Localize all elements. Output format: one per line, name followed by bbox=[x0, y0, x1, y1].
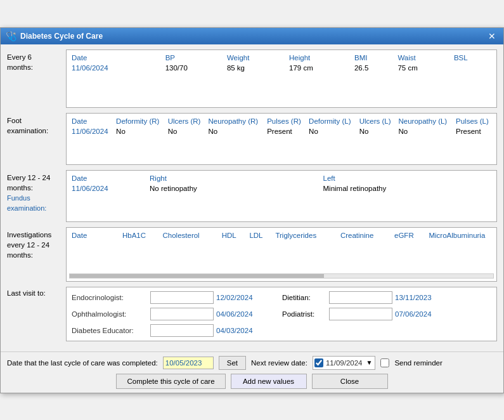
last-visit-label: Last visit to: bbox=[7, 287, 61, 341]
table-row: 11/06/2024 No No No Present No No No Pre… bbox=[69, 126, 494, 136]
bottom-bar: Date that the last cycle of care was com… bbox=[1, 351, 503, 393]
col-bp: BP bbox=[163, 53, 224, 63]
cell-weight: 85 kg bbox=[224, 63, 287, 73]
review-date-value: 11/09/2024 bbox=[323, 359, 365, 367]
col-date-foot: Date bbox=[69, 116, 113, 126]
col-weight: Weight bbox=[224, 53, 287, 63]
col-ldl: LDL bbox=[247, 230, 273, 240]
visit-row-educator: Diabetes Educator: 04/03/2024 bbox=[72, 324, 491, 337]
last-visit-grid: Endocrinologist: 12/02/2024 Dietitian: 1… bbox=[66, 287, 497, 341]
ophthalmologist-label: Ophthalmologist: bbox=[72, 310, 148, 318]
cell-date: 11/06/2024 bbox=[69, 63, 163, 73]
ophthalmologist-date: 04/06/2024 bbox=[216, 310, 267, 318]
col-cholesterol: Cholesterol bbox=[160, 230, 219, 240]
podiatrist-date: 07/06/2024 bbox=[395, 310, 446, 318]
ophthalmologist-input[interactable] bbox=[150, 308, 214, 320]
cell-neu-l: No bbox=[396, 126, 454, 136]
visit-row-endocrinologist: Endocrinologist: 12/02/2024 Dietitian: 1… bbox=[72, 291, 491, 304]
col-waist: Waist bbox=[395, 53, 451, 63]
col-microalb: MicroAlbuminuria bbox=[426, 230, 497, 240]
foot-table-box: Date Deformity (R) Ulcers (R) Neuropathy… bbox=[66, 113, 497, 165]
foot-section: Foot examination: Date Deformity (R) Ulc… bbox=[7, 113, 497, 165]
col-triglycerides: Triglycerides bbox=[273, 230, 338, 240]
col-date-6m: Date bbox=[69, 53, 163, 63]
cell-bmi: 26.5 bbox=[352, 63, 395, 73]
send-reminder-label: Send reminder bbox=[394, 359, 442, 367]
col-left: Left bbox=[321, 173, 494, 183]
col-creatinine: Creatinine bbox=[338, 230, 392, 240]
col-ulc-l: Ulcers (L) bbox=[357, 116, 396, 126]
investigations-table-box: Date HbA1C Cholesterol HDL LDL Triglycer… bbox=[66, 227, 497, 282]
dietitian-date: 13/11/2023 bbox=[395, 294, 446, 301]
empty-row bbox=[69, 136, 494, 162]
cell-pul-r: Present bbox=[264, 126, 306, 136]
podiatrist-pair: Podiatrist: 07/06/2024 bbox=[282, 308, 446, 320]
every6months-section: Every 6 months: Date BP Weight Height BM… bbox=[7, 49, 497, 108]
review-checkbox[interactable] bbox=[314, 358, 323, 367]
dietitian-input[interactable] bbox=[329, 291, 392, 304]
send-reminder-checkbox[interactable] bbox=[380, 358, 389, 367]
col-bsl: BSL bbox=[451, 53, 494, 63]
cell-bsl bbox=[451, 63, 494, 73]
close-button[interactable]: Close bbox=[312, 374, 388, 389]
chevron-down-icon[interactable]: ▼ bbox=[365, 359, 373, 366]
educator-input[interactable] bbox=[150, 324, 214, 337]
educator-label: Diabetes Educator: bbox=[72, 327, 148, 334]
podiatrist-label: Podiatrist: bbox=[282, 310, 326, 318]
foot-label: Foot examination: bbox=[7, 113, 61, 165]
endocrinologist-input[interactable] bbox=[150, 291, 214, 304]
fundus-table-box: Date Right Left 11/06/2024 No retinopath… bbox=[66, 170, 497, 222]
col-pul-l: Pulses (L) bbox=[453, 116, 494, 126]
dietitian-pair: Dietitian: 13/11/2023 bbox=[282, 291, 446, 304]
window-title: Diabetes Cycle of Care bbox=[20, 32, 103, 41]
col-hdl: HDL bbox=[219, 230, 247, 240]
educator-date: 04/03/2024 bbox=[216, 327, 267, 334]
set-button[interactable]: Set bbox=[219, 356, 246, 370]
cycle-date-input[interactable] bbox=[163, 357, 214, 369]
col-ulc-r: Ulcers (R) bbox=[165, 116, 206, 126]
col-pul-r: Pulses (R) bbox=[264, 116, 306, 126]
every6months-table-box: Date BP Weight Height BMI Waist BSL 11/0… bbox=[66, 49, 497, 108]
cell-pul-l: Present bbox=[453, 126, 494, 136]
endocrinologist-date: 12/02/2024 bbox=[216, 294, 267, 301]
investigations-section: Investigations every 12 - 24 months: Dat… bbox=[7, 227, 497, 282]
col-date-fundus: Date bbox=[69, 173, 147, 183]
col-neu-r: Neuropathy (R) bbox=[206, 116, 265, 126]
review-date-container: 11/09/2024 ▼ bbox=[313, 356, 375, 370]
title-bar: 🩺 Diabetes Cycle of Care ✕ bbox=[1, 28, 503, 44]
main-window: 🩺 Diabetes Cycle of Care ✕ Every 6 month… bbox=[0, 27, 504, 393]
empty-row bbox=[69, 194, 494, 219]
every6months-label: Every 6 months: bbox=[7, 49, 61, 108]
col-def-r: Deformity (R) bbox=[113, 116, 165, 126]
empty-row bbox=[69, 240, 497, 272]
review-label: Next review date: bbox=[251, 359, 307, 367]
cycle-label: Date that the last cycle of care was com… bbox=[7, 359, 158, 367]
podiatrist-input[interactable] bbox=[329, 308, 392, 320]
col-height: Height bbox=[287, 53, 352, 63]
visit-row-ophthalmologist: Ophthalmologist: 04/06/2024 Podiatrist: … bbox=[72, 308, 491, 320]
col-bmi: BMI bbox=[352, 53, 395, 63]
fundus-table: Date Right Left 11/06/2024 No retinopath… bbox=[69, 173, 494, 219]
col-date-inv: Date bbox=[69, 230, 120, 240]
col-egfr: eGFR bbox=[392, 230, 426, 240]
table-row: 11/06/2024 130/70 85 kg 179 cm 26.5 75 c… bbox=[69, 63, 494, 73]
cell-right: No retinopathy bbox=[147, 183, 320, 194]
empty-row bbox=[69, 73, 494, 105]
complete-cycle-button[interactable]: Complete this cycle of care bbox=[116, 374, 225, 389]
investigations-table: Date HbA1C Cholesterol HDL LDL Triglycer… bbox=[69, 230, 497, 272]
add-values-button[interactable]: Add new values bbox=[231, 374, 307, 389]
content-area: Every 6 months: Date BP Weight Height BM… bbox=[1, 44, 503, 351]
cell-def-r: No bbox=[113, 126, 165, 136]
last-visit-section: Last visit to: Endocrinologist: 12/02/20… bbox=[7, 287, 497, 341]
cell-date: 11/06/2024 bbox=[69, 183, 147, 194]
bottom-row2: Complete this cycle of care Add new valu… bbox=[7, 374, 497, 389]
cell-def-l: No bbox=[306, 126, 357, 136]
fundus-label: Every 12 - 24 months: Fundus examination… bbox=[7, 170, 61, 222]
dietitian-label: Dietitian: bbox=[282, 294, 326, 301]
bottom-row1: Date that the last cycle of care was com… bbox=[7, 356, 497, 370]
cell-left: Minimal retinopathy bbox=[321, 183, 494, 194]
close-window-button[interactable]: ✕ bbox=[486, 32, 498, 41]
fundus-section: Every 12 - 24 months: Fundus examination… bbox=[7, 170, 497, 222]
app-icon: 🩺 bbox=[6, 31, 16, 41]
cell-ulc-l: No bbox=[357, 126, 396, 136]
